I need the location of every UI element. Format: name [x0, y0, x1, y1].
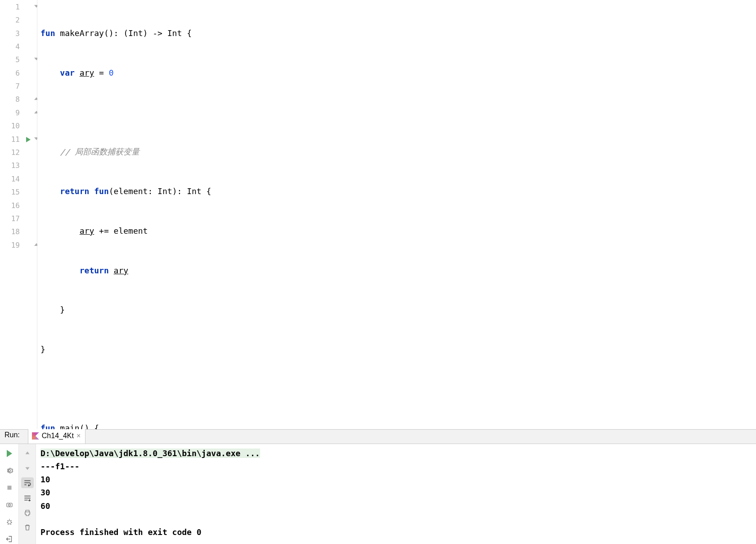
stop-button[interactable] — [4, 483, 14, 493]
console-line: 30 — [40, 488, 50, 497]
run-tools-col1 — [0, 444, 19, 544]
close-tab-icon[interactable]: × — [76, 430, 81, 442]
dump-threads-icon[interactable] — [4, 500, 14, 510]
code-line: var ary = 0 — [40, 66, 756, 79]
console-cmd: D:\Develop\Java\jdk1.8.0_361\bin\java.ex… — [40, 449, 260, 458]
code-line: return ary — [40, 264, 756, 277]
soft-wrap-button[interactable] — [21, 477, 34, 488]
code-line — [40, 382, 756, 395]
rerun-button[interactable] — [4, 449, 14, 458]
code-line: return fun(element: Int): Int { — [40, 185, 756, 198]
trash-icon[interactable] — [22, 522, 32, 532]
scroll-to-end-button[interactable] — [21, 493, 34, 503]
console-output[interactable]: D:\Develop\Java\jdk1.8.0_361\bin\java.ex… — [36, 444, 756, 544]
console-exit: Process finished with exit code 0 — [40, 527, 202, 537]
gutter-line[interactable]: 10 — [0, 120, 37, 133]
gutter-line[interactable]: 6 — [0, 67, 37, 80]
code-line: } — [40, 303, 756, 316]
code-line: fun main() { — [40, 422, 756, 429]
gutter-line[interactable]: 17 — [0, 212, 37, 225]
run-config-tab[interactable]: Ch14_4Kt × — [28, 427, 86, 444]
kotlin-icon — [32, 432, 39, 440]
gutter-line[interactable]: 3 — [0, 27, 37, 40]
gutter-line[interactable]: 13 — [0, 159, 37, 172]
scroll-up-icon[interactable] — [22, 449, 32, 458]
scroll-down-icon[interactable] — [22, 463, 32, 473]
gutter-line[interactable]: 4 — [0, 40, 37, 53]
svg-rect-0 — [7, 486, 11, 490]
gutter-line[interactable]: 18 — [0, 226, 37, 239]
code-line: fun makeArray(): (Int) -> Int { — [40, 27, 756, 40]
svg-point-2 — [8, 504, 10, 506]
run-gutter-icon[interactable] — [26, 137, 31, 142]
gutter-line[interactable]: 1 — [0, 0, 37, 14]
gutter[interactable]: 1 2 3 4 5 6 7 8 9 10 11 12 13 14 15 16 1… — [0, 0, 37, 429]
code-line: ary += element — [40, 224, 756, 237]
code-line — [40, 106, 756, 119]
code-line: // 局部函数捕获变量 — [40, 145, 756, 158]
run-panel-label: Run: — [3, 429, 24, 444]
code-area[interactable]: fun makeArray(): (Int) -> Int { var ary … — [37, 0, 756, 429]
gutter-line[interactable]: 11 — [0, 133, 37, 146]
gutter-line[interactable]: 8 — [0, 93, 37, 106]
svg-rect-1 — [7, 503, 12, 507]
console-line: 60 — [40, 501, 50, 511]
code-editor: 1 2 3 4 5 6 7 8 9 10 11 12 13 14 15 16 1… — [0, 0, 756, 429]
gutter-line[interactable]: 14 — [0, 172, 37, 186]
settings-icon[interactable] — [4, 466, 14, 476]
run-panel-body: D:\Develop\Java\jdk1.8.0_361\bin\java.ex… — [0, 444, 756, 544]
svg-point-3 — [8, 521, 11, 524]
gutter-line[interactable]: 15 — [0, 186, 37, 199]
run-tools-col2 — [19, 444, 36, 544]
exit-icon[interactable] — [4, 534, 14, 544]
debug-icon[interactable] — [4, 517, 14, 527]
gutter-line[interactable]: 2 — [0, 14, 37, 27]
gutter-line[interactable]: 12 — [0, 146, 37, 159]
code-line: } — [40, 343, 756, 356]
gutter-line[interactable]: 7 — [0, 80, 37, 93]
console-line: 10 — [40, 475, 50, 484]
gutter-line[interactable]: 9 — [0, 106, 37, 119]
run-config-name: Ch14_4Kt — [42, 430, 74, 442]
ide-window: 1 2 3 4 5 6 7 8 9 10 11 12 13 14 15 16 1… — [0, 0, 756, 544]
gutter-line[interactable]: 16 — [0, 199, 37, 212]
gutter-line[interactable]: 5 — [0, 54, 37, 67]
console-line: ---f1--- — [40, 462, 80, 471]
run-panel-tabs: Run: Ch14_4Kt × — [0, 430, 756, 444]
gutter-line[interactable]: 19 — [0, 239, 37, 252]
print-icon[interactable] — [22, 508, 32, 518]
run-panel: Run: Ch14_4Kt × — [0, 429, 756, 544]
